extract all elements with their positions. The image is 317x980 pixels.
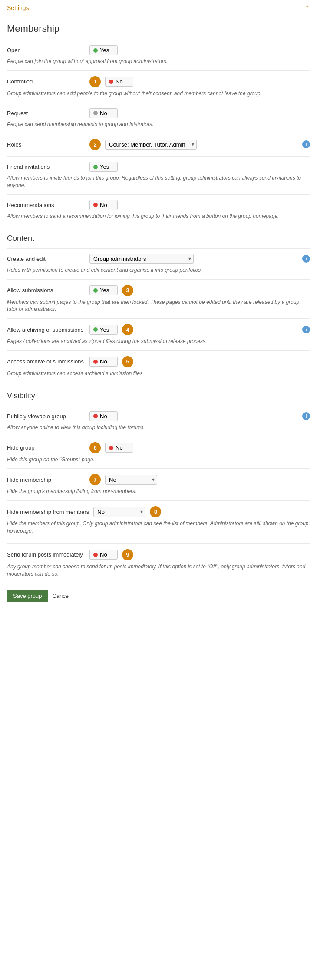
send-forum-posts-label: Send forum posts immediately: [7, 551, 85, 558]
setting-hide-membership-members: Hide membership from members No Yes 8 Hi…: [7, 500, 310, 540]
setting-friend-invitations: Friend invitations Yes Allow members to …: [7, 156, 310, 194]
recommendations-dot: [93, 203, 98, 207]
allow-submissions-badge: 3: [122, 285, 133, 296]
request-dot: [93, 111, 98, 115]
access-archive-toggle[interactable]: No: [89, 357, 118, 367]
friend-invitations-desc: Allow members to invite friends to join …: [7, 174, 310, 189]
save-group-button[interactable]: Save group: [7, 590, 48, 602]
publicly-viewable-toggle[interactable]: No: [89, 411, 118, 421]
setting-recommendations: Recommendations No Allow members to send…: [7, 194, 310, 225]
setting-hide-group: Hide group 6 No Hide this group on the "…: [7, 437, 310, 469]
hide-membership-select[interactable]: No Yes: [105, 475, 157, 485]
access-archive-desc: Group administrators can access archived…: [7, 370, 310, 377]
allow-submissions-label: Allow submissions: [7, 287, 85, 293]
open-dot: [93, 48, 98, 53]
create-edit-label: Create and edit: [7, 256, 85, 262]
settings-header: Settings ⌃: [0, 0, 317, 16]
controlled-value: No: [116, 78, 123, 85]
footer-actions: Save group Cancel: [0, 583, 317, 609]
publicly-viewable-desc: Allow anyone online to view this group i…: [7, 424, 310, 431]
friend-invitations-dot: [93, 165, 98, 169]
request-desc: People can send membership requests to g…: [7, 121, 310, 128]
visibility-section-title: Visibility: [7, 391, 310, 400]
access-archive-dot: [93, 360, 98, 364]
roles-badge: 2: [89, 139, 101, 150]
friend-invitations-toggle[interactable]: Yes: [89, 162, 118, 172]
hide-group-dot: [109, 446, 113, 450]
send-forum-posts-desc: Any group member can choose to send foru…: [7, 563, 310, 578]
setting-hide-membership: Hide membership 7 No Yes Hide the group'…: [7, 468, 310, 500]
settings-title: Settings: [7, 4, 29, 11]
recommendations-label: Recommendations: [7, 202, 85, 208]
create-edit-desc: Roles with permission to create and edit…: [7, 267, 310, 274]
access-archive-badge: 5: [122, 356, 133, 367]
recommendations-toggle[interactable]: No: [89, 200, 118, 210]
hide-membership-members-label: Hide membership from members: [7, 509, 89, 515]
cancel-button[interactable]: Cancel: [53, 593, 70, 599]
allow-submissions-desc: Members can submit pages to the group th…: [7, 299, 310, 313]
publicly-viewable-value: No: [100, 413, 107, 420]
create-edit-info-icon[interactable]: i: [302, 255, 310, 263]
allow-archiving-label: Allow archiving of submissions: [7, 327, 85, 333]
create-edit-select-wrapper[interactable]: Group administrators: [89, 254, 194, 264]
membership-section-title: Membership: [7, 23, 310, 34]
hide-membership-label: Hide membership: [7, 477, 85, 483]
roles-select-wrapper[interactable]: Course: Member, Tutor, Admin: [105, 140, 197, 150]
open-value: Yes: [100, 47, 109, 53]
setting-publicly-viewable: Publicly viewable group No i Allow anyon…: [7, 406, 310, 437]
allow-archiving-dot: [93, 327, 98, 332]
allow-archiving-toggle[interactable]: Yes: [89, 325, 118, 335]
create-edit-select[interactable]: Group administrators: [89, 254, 194, 264]
setting-allow-archiving: Allow archiving of submissions Yes 4 i P…: [7, 318, 310, 350]
hide-membership-members-desc: Hide the members of this group. Only gro…: [7, 520, 310, 535]
setting-allow-submissions: Allow submissions Yes 3 Members can subm…: [7, 279, 310, 319]
hide-group-label: Hide group: [7, 444, 85, 451]
roles-info-icon[interactable]: i: [302, 140, 310, 148]
hide-membership-members-select-wrapper[interactable]: No Yes: [93, 507, 145, 517]
setting-request: Request No People can send membership re…: [7, 103, 310, 133]
open-toggle[interactable]: Yes: [89, 45, 118, 55]
recommendations-value: No: [100, 202, 107, 208]
hide-membership-members-badge: 8: [150, 506, 161, 517]
request-value: No: [100, 110, 107, 117]
allow-archiving-value: Yes: [100, 327, 109, 333]
allow-submissions-value: Yes: [100, 287, 109, 293]
hide-membership-select-wrapper[interactable]: No Yes: [105, 475, 157, 485]
friend-invitations-label: Friend invitations: [7, 163, 85, 170]
send-forum-posts-badge: 9: [122, 549, 133, 560]
setting-roles: Roles 2 Course: Member, Tutor, Admin i: [7, 133, 310, 156]
recommendations-desc: Allow members to send a recommendation f…: [7, 213, 310, 220]
controlled-label: Controlled: [7, 78, 85, 85]
setting-access-archive: Access archive of submissions No 5 Group…: [7, 350, 310, 383]
hide-group-value: No: [116, 444, 123, 451]
allow-archiving-desc: Pages / collections are archived as zipp…: [7, 338, 310, 345]
setting-send-forum-posts: Send forum posts immediately No 9 Any gr…: [7, 543, 310, 583]
hide-group-desc: Hide this group on the "Groups" page.: [7, 456, 310, 463]
access-archive-value: No: [100, 358, 107, 365]
request-label: Request: [7, 110, 85, 117]
hide-membership-desc: Hide the group's membership listing from…: [7, 488, 310, 495]
collapse-chevron[interactable]: ⌃: [305, 4, 310, 11]
publicly-viewable-info-icon[interactable]: i: [302, 412, 310, 420]
allow-archiving-info-icon[interactable]: i: [302, 326, 310, 333]
request-toggle[interactable]: No: [89, 108, 118, 118]
controlled-toggle[interactable]: No: [105, 77, 133, 87]
allow-archiving-badge: 4: [122, 324, 133, 335]
content-section-title: Content: [7, 234, 310, 243]
hide-membership-members-select[interactable]: No Yes: [93, 507, 145, 517]
hide-group-toggle[interactable]: No: [105, 443, 133, 453]
open-desc: People can join the group without approv…: [7, 58, 310, 65]
controlled-desc: Group administrators can add people to t…: [7, 90, 310, 97]
allow-submissions-toggle[interactable]: Yes: [89, 285, 118, 295]
roles-select[interactable]: Course: Member, Tutor, Admin: [105, 140, 197, 150]
publicly-viewable-dot: [93, 414, 98, 418]
send-forum-posts-toggle[interactable]: No: [89, 550, 118, 560]
allow-submissions-dot: [93, 288, 98, 293]
access-archive-label: Access archive of submissions: [7, 358, 85, 365]
send-forum-posts-dot: [93, 553, 98, 557]
hide-group-badge: 6: [89, 442, 101, 453]
setting-create-edit: Create and edit Group administrators i R…: [7, 248, 310, 279]
send-forum-posts-value: No: [100, 551, 107, 558]
setting-controlled: Controlled 1 No Group administrators can…: [7, 70, 310, 103]
roles-label: Roles: [7, 141, 85, 148]
